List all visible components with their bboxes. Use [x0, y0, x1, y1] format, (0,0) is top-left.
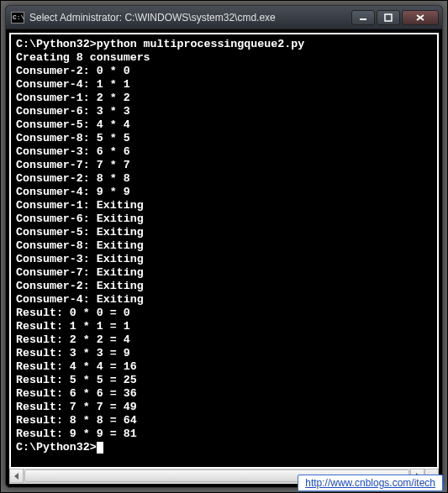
terminal-line: Result: 2 * 2 = 4: [16, 333, 432, 347]
minimize-icon: [359, 13, 367, 22]
titlebar[interactable]: C:\ Select Administrator: C:\WINDOWS\sys…: [6, 6, 442, 29]
terminal-output[interactable]: C:\Python32>python multiprocessingqueue2…: [9, 33, 439, 469]
terminal-line: Result: 3 * 3 = 9: [16, 347, 432, 360]
scroll-left-arrow-icon[interactable]: [9, 469, 24, 483]
terminal-prompt-line: C:\Python32>: [16, 441, 432, 454]
terminal-line: Consumer-3: Exiting: [16, 253, 432, 266]
terminal-line: Consumer-1: Exiting: [16, 199, 432, 212]
terminal-line: Result: 8 * 8 = 64: [16, 414, 432, 427]
svg-marker-4: [14, 473, 18, 480]
window-title: Select Administrator: C:\WINDOWS\system3…: [29, 12, 351, 24]
source-link[interactable]: http://www.cnblogs.com/itech: [298, 475, 443, 491]
terminal-line: C:\Python32>python multiprocessingqueue2…: [16, 38, 432, 51]
maximize-button[interactable]: [377, 10, 400, 25]
terminal-line: Consumer-5: Exiting: [16, 226, 432, 239]
terminal-line: Result: 0 * 0 = 0: [16, 307, 432, 320]
terminal-line: Result: 5 * 5 = 25: [16, 374, 432, 387]
terminal-line: Consumer-7: Exiting: [16, 266, 432, 280]
close-icon: [415, 13, 425, 22]
terminal-line: Result: 4 * 4 = 16: [16, 360, 432, 374]
terminal-line: Result: 9 * 9 = 81: [16, 427, 432, 441]
terminal-line: Consumer-7: 7 * 7: [16, 159, 432, 172]
terminal-line: Result: 1 * 1 = 1: [16, 320, 432, 333]
terminal-line: Consumer-2: Exiting: [16, 280, 432, 293]
terminal-line: Result: 7 * 7 = 49: [16, 401, 432, 414]
window-controls: [351, 10, 439, 25]
minimize-button[interactable]: [351, 10, 375, 25]
svg-rect-1: [385, 14, 392, 21]
close-button[interactable]: [402, 10, 439, 25]
terminal-line: Consumer-3: 6 * 6: [16, 145, 432, 159]
terminal-line: Consumer-2: 0 * 0: [16, 65, 432, 78]
terminal-line: Consumer-4: Exiting: [16, 293, 432, 307]
terminal-line: Consumer-6: Exiting: [16, 212, 432, 226]
maximize-icon: [384, 13, 393, 22]
terminal-line: Consumer-6: 3 * 3: [16, 105, 432, 118]
terminal-line: Consumer-4: 1 * 1: [16, 78, 432, 92]
cmd-window: C:\ Select Administrator: C:\WINDOWS\sys…: [5, 5, 443, 488]
terminal-line: Result: 6 * 6 = 36: [16, 387, 432, 401]
text-cursor: [97, 442, 103, 454]
chevron-left-icon: [13, 473, 20, 480]
terminal-line: Consumer-8: 5 * 5: [16, 132, 432, 145]
terminal-line: Consumer-8: Exiting: [16, 239, 432, 253]
terminal-line: Consumer-5: 4 * 4: [16, 118, 432, 132]
terminal-line: Consumer-2: 8 * 8: [16, 172, 432, 186]
svg-line-3: [417, 15, 424, 20]
terminal-line: Consumer-1: 2 * 2: [16, 92, 432, 105]
svg-line-2: [417, 15, 424, 20]
terminal-line: Consumer-4: 9 * 9: [16, 186, 432, 199]
terminal-line: Creating 8 consumers: [16, 51, 432, 65]
cmd-sysicon[interactable]: C:\: [11, 12, 24, 24]
